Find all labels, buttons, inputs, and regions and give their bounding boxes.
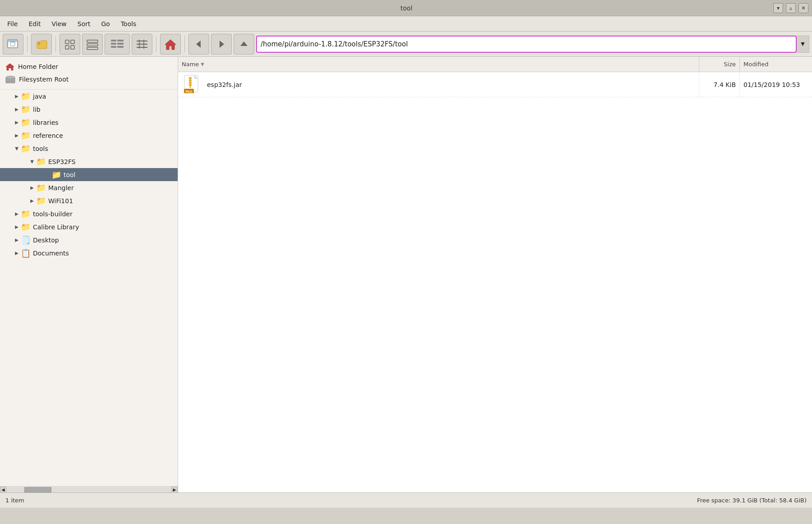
forward-button[interactable]: [211, 34, 232, 55]
tree-expander-documents[interactable]: ▶: [13, 249, 21, 257]
tree-expander-wifi101[interactable]: ▶: [28, 197, 36, 205]
maximize-button[interactable]: ▵: [786, 3, 796, 13]
file-name: esp32fs.jar: [207, 81, 242, 88]
view-compact-button[interactable]: [105, 34, 130, 55]
tree-expander-mangler[interactable]: ▶: [28, 184, 36, 192]
home-folder-icon: [5, 63, 14, 71]
svg-marker-28: [6, 64, 14, 70]
view-icons-button[interactable]: [60, 34, 80, 55]
new-folder-icon: [35, 38, 48, 50]
tree-expander-esp32fs[interactable]: ▼: [28, 158, 36, 166]
svg-rect-8: [65, 46, 69, 49]
window-controls[interactable]: ▾ ▵ ✕: [773, 3, 808, 13]
main-area: Home Folder Filesystem Root ▶ 📁 java: [0, 57, 812, 492]
hscroll-thumb[interactable]: [24, 487, 51, 492]
tree-expander-desktop[interactable]: ▶: [13, 236, 21, 244]
col-header-modified[interactable]: Modified: [740, 57, 812, 72]
up-button[interactable]: [234, 34, 254, 55]
addressbar[interactable]: /home/pi/arduino-1.8.12/tools/ESP32FS/to…: [256, 36, 797, 53]
svg-marker-25: [196, 41, 201, 48]
hscroll-right-arrow[interactable]: ▶: [171, 487, 178, 493]
tree-label-documents: Documents: [33, 250, 69, 257]
svg-marker-26: [220, 41, 224, 48]
svg-rect-11: [87, 44, 98, 46]
folder-icon-tool: 📁: [51, 170, 61, 179]
separator-1: [27, 36, 28, 52]
tree-item-tools[interactable]: ▼ 📁 tools: [0, 142, 178, 155]
minimize-button[interactable]: ▾: [773, 3, 783, 13]
table-row[interactable]: PKG esp32fs.jar 7.4 KiB 01/15/2019 10:53: [178, 72, 812, 97]
tree-label-mangler: Mangler: [48, 184, 74, 191]
menu-go[interactable]: Go: [96, 18, 115, 29]
file-list-area: Name ▼ Size Modified: [178, 57, 812, 492]
addressbar-dropdown-button[interactable]: ▼: [797, 36, 809, 53]
menu-edit[interactable]: Edit: [23, 18, 46, 29]
sidebar-item-home-folder[interactable]: Home Folder: [0, 60, 178, 73]
file-list-header: Name ▼ Size Modified: [178, 57, 812, 72]
tree-label-desktop: Desktop: [33, 237, 59, 244]
tree-item-tools-builder[interactable]: ▶ 📁 tools-builder: [0, 207, 178, 220]
tree-item-esp32fs[interactable]: ▼ 📁 ESP32FS: [0, 155, 178, 168]
svg-rect-18: [117, 46, 124, 48]
tree-item-reference[interactable]: ▶ 📁 reference: [0, 129, 178, 142]
tree-item-lib[interactable]: ▶ 📁 lib: [0, 103, 178, 116]
svg-marker-24: [165, 40, 176, 50]
svg-marker-27: [240, 41, 248, 46]
folder-icon-wifi101: 📁: [36, 196, 46, 205]
back-button[interactable]: [188, 34, 209, 55]
tree-expander-calibre[interactable]: ▶: [13, 223, 21, 231]
menu-file[interactable]: File: [2, 18, 23, 29]
close-button[interactable]: ✕: [798, 3, 808, 13]
home-button[interactable]: [160, 34, 181, 55]
svg-rect-16: [117, 43, 124, 45]
new-window-button[interactable]: [3, 34, 23, 55]
svg-rect-38: [189, 80, 192, 81]
tree-label-libraries: libraries: [33, 119, 59, 126]
tree-item-libraries[interactable]: ▶ 📁 libraries: [0, 116, 178, 129]
sidebar-item-filesystem-root[interactable]: Filesystem Root: [0, 73, 178, 86]
sidebar-hscroll[interactable]: ◀ ▶: [0, 486, 178, 492]
new-folder-button[interactable]: [31, 34, 52, 55]
file-name-cell[interactable]: PKG esp32fs.jar: [178, 72, 699, 97]
tree-item-mangler[interactable]: ▶ 📁 Mangler: [0, 181, 178, 194]
tree-expander-libraries[interactable]: ▶: [13, 118, 21, 127]
menu-view[interactable]: View: [46, 18, 72, 29]
folder-icon-libraries: 📁: [21, 118, 31, 127]
tree-item-desktop[interactable]: ▶ 🗒️ Desktop: [0, 233, 178, 246]
tree-item-java[interactable]: ▶ 📁 java: [0, 90, 178, 103]
hscroll-track[interactable]: [6, 487, 171, 492]
status-item-count: 1 item: [5, 497, 24, 504]
addressbar-container: /home/pi/arduino-1.8.12/tools/ESP32FS/to…: [256, 36, 809, 53]
svg-rect-6: [65, 40, 69, 44]
window-title: tool: [40, 5, 773, 12]
svg-rect-39: [189, 82, 192, 83]
tree-expander-tools-builder[interactable]: ▶: [13, 210, 21, 218]
tree-item-calibre[interactable]: ▶ 📁 Calibre Library: [0, 220, 178, 233]
menu-tools[interactable]: Tools: [115, 18, 142, 29]
svg-rect-5: [39, 42, 40, 45]
sidebar-tree[interactable]: ▶ 📁 java ▶ 📁 lib ▶ 📁 libraries ▶ 📁 refer…: [0, 90, 178, 486]
file-size-cell: 7.4 KiB: [699, 72, 740, 97]
tree-expander-java[interactable]: ▶: [13, 92, 21, 100]
tree-expander-reference[interactable]: ▶: [13, 132, 21, 140]
tree-expander-lib[interactable]: ▶: [13, 105, 21, 114]
forward-icon: [215, 38, 228, 50]
file-modified-cell: 01/15/2019 10:53: [740, 72, 812, 97]
col-header-name[interactable]: Name ▼: [178, 57, 699, 72]
up-icon: [238, 38, 250, 50]
view-details-button[interactable]: [132, 34, 152, 55]
tree-item-documents[interactable]: ▶ 📋 Documents: [0, 246, 178, 260]
col-name-label: Name: [182, 61, 199, 68]
sidebar-bookmarks: Home Folder Filesystem Root: [0, 57, 178, 90]
home-folder-label: Home Folder: [18, 63, 58, 70]
menu-sort[interactable]: Sort: [72, 18, 96, 29]
tree-item-tool[interactable]: ▶ 📁 tool: [0, 168, 178, 181]
tree-expander-tools[interactable]: ▼: [13, 145, 21, 153]
tree-item-wifi101[interactable]: ▶ 📁 WiFi101: [0, 194, 178, 207]
tree-label-tools-builder: tools-builder: [33, 210, 73, 218]
col-name-sort-icon: ▼: [201, 62, 204, 67]
view-list-button[interactable]: [82, 34, 103, 55]
svg-rect-15: [111, 43, 116, 45]
col-header-size[interactable]: Size: [699, 57, 740, 72]
hscroll-left-arrow[interactable]: ◀: [0, 487, 6, 493]
